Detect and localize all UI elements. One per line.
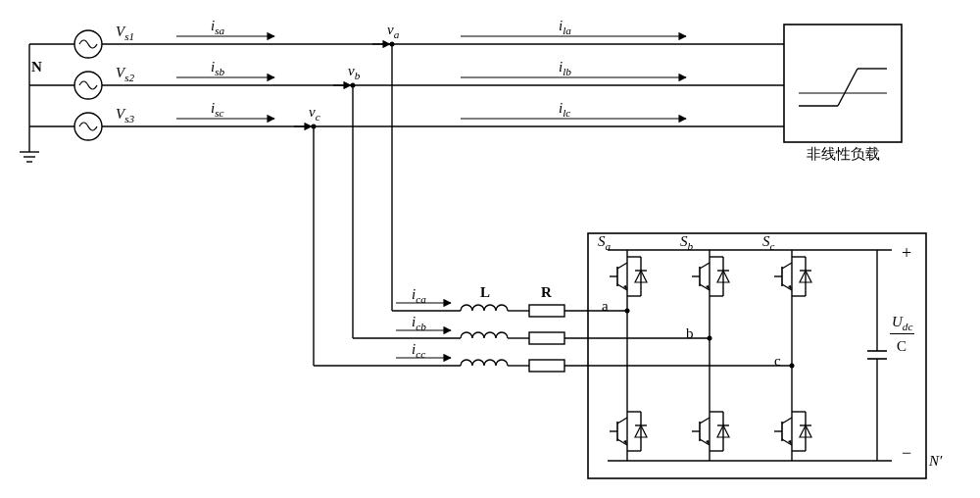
label-Sc: Sc (762, 233, 775, 252)
svg-rect-41 (784, 25, 902, 142)
label-Sb: Sb (680, 233, 693, 252)
label-ilb: ilb (559, 59, 571, 77)
node-a: a (602, 298, 609, 315)
label-R: R (541, 284, 552, 301)
label-vs1: Vs1 (116, 24, 134, 42)
label-ilc: ilc (559, 100, 570, 119)
filter-phase-b (353, 330, 710, 344)
svg-line-44 (838, 69, 858, 106)
label-C: C (897, 338, 906, 355)
label-isb: isb (211, 59, 224, 77)
dc-link (867, 250, 887, 461)
node-c: c (774, 353, 781, 370)
label-va: va (387, 22, 399, 40)
label-icb: icb (412, 314, 426, 332)
label-vb: vb (348, 63, 360, 81)
label-L: L (480, 284, 490, 301)
label-ila: ila (559, 18, 571, 36)
label-Sa: Sa (598, 233, 611, 252)
label-icc: icc (412, 341, 425, 360)
leg-b (692, 250, 729, 461)
source-vs1 (74, 30, 102, 58)
label-Nprime: N′ (929, 453, 942, 470)
filter-phase-a (392, 303, 627, 317)
dc-minus: − (902, 443, 911, 464)
label-isa: isa (211, 18, 224, 36)
load-caption: 非线性负载 (807, 145, 880, 164)
label-vc: vc (309, 104, 320, 123)
label-Udc: Udc (890, 314, 914, 334)
label-isc: isc (211, 100, 224, 119)
filter-phase-c (314, 358, 792, 372)
nonlinear-load-box (784, 25, 902, 142)
label-vs3: Vs3 (116, 106, 134, 124)
node-b: b (686, 325, 694, 342)
leg-a (610, 250, 647, 461)
label-ica: ica (412, 286, 426, 305)
label-vs2: Vs2 (116, 65, 134, 83)
dc-plus: + (902, 243, 911, 264)
neutral-label: N (31, 59, 42, 75)
source-vs3 (74, 113, 102, 140)
source-vs2 (74, 72, 102, 99)
